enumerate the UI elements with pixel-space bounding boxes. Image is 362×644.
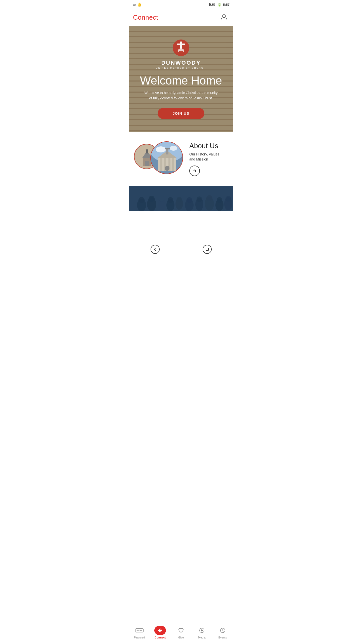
svg-point-13 — [156, 146, 166, 152]
svg-rect-10 — [147, 158, 149, 160]
about-text: About Us Our History, Valuesand Mission — [189, 142, 228, 176]
status-bar: ▭ 🔔 LTE 🔋 5:57 — [129, 0, 233, 9]
svg-rect-23 — [165, 166, 169, 171]
system-nav-bar — [129, 244, 233, 257]
about-section: About Us Our History, Valuesand Mission — [129, 132, 233, 186]
status-left: ▭ 🔔 — [132, 3, 142, 7]
mission-preview-background — [129, 186, 233, 211]
svg-rect-49 — [206, 248, 208, 251]
join-us-button[interactable]: JOIN US — [158, 108, 205, 119]
home-button[interactable] — [203, 245, 212, 254]
back-button[interactable] — [151, 245, 160, 254]
lte-badge: LTE — [209, 3, 216, 6]
church-image-large — [150, 141, 183, 174]
hero-section: DUNWOODY UNITED METHODIST CHURCH Welcome… — [129, 26, 233, 132]
svg-rect-19 — [160, 158, 162, 171]
church-name: DUNWOODY — [161, 60, 201, 66]
svg-rect-3 — [177, 44, 185, 45]
about-title: About Us — [189, 142, 228, 150]
mission-preview-banner[interactable] — [129, 186, 233, 211]
profile-button[interactable] — [219, 12, 229, 23]
church-logo — [172, 39, 190, 58]
about-description: Our History, Valuesand Mission — [189, 152, 228, 162]
sim-icon: ▭ — [132, 3, 136, 7]
time-display: 5:57 — [223, 3, 230, 7]
arrow-right-icon — [192, 169, 197, 173]
hero-subtext: We strive to be a dynamic Christian comm… — [144, 90, 218, 101]
svg-rect-45 — [129, 186, 233, 211]
app-title: Connect — [133, 14, 158, 21]
status-right: LTE 🔋 5:57 — [209, 3, 230, 7]
content-area: DUNWOODY UNITED METHODIST CHURCH Welcome… — [129, 26, 233, 244]
svg-point-14 — [170, 146, 177, 151]
svg-point-0 — [222, 15, 225, 18]
hero-content: DUNWOODY UNITED METHODIST CHURCH Welcome… — [129, 26, 233, 132]
svg-rect-8 — [145, 161, 149, 166]
home-icon — [205, 247, 209, 251]
mission-preview-illustration — [129, 186, 233, 211]
svg-rect-17 — [166, 149, 168, 154]
svg-rect-18 — [165, 148, 170, 149]
svg-rect-22 — [172, 158, 174, 171]
church-logo-svg — [172, 39, 190, 57]
svg-rect-9 — [146, 158, 147, 160]
notification-icon: 🔔 — [137, 3, 142, 7]
svg-rect-7 — [146, 149, 148, 153]
about-images — [134, 139, 184, 179]
back-icon — [153, 247, 157, 251]
battery-icon: 🔋 — [217, 3, 221, 7]
hero-heading: Welcome Home — [140, 74, 222, 87]
app-header: Connect — [129, 9, 233, 26]
about-us-arrow-button[interactable] — [189, 166, 200, 176]
church-subtitle: UNITED METHODIST CHURCH — [156, 67, 206, 69]
profile-icon — [220, 13, 228, 21]
